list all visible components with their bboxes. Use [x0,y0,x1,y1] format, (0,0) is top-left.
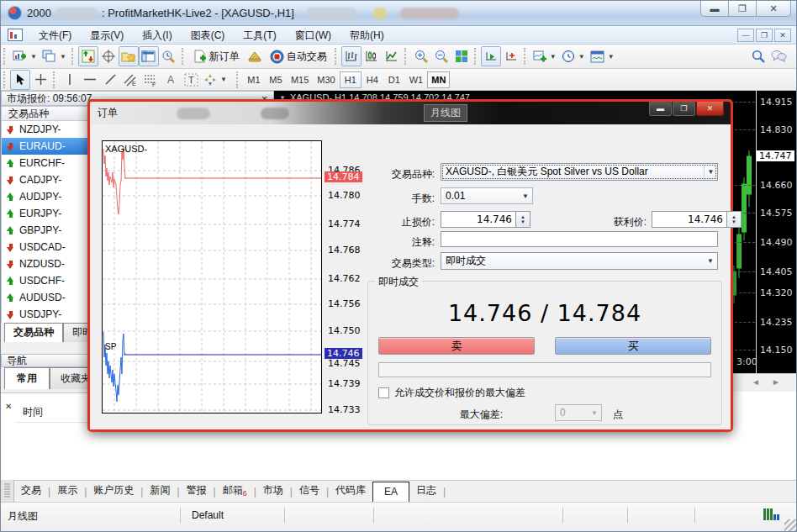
tab-journal[interactable]: 日志 [409,480,443,502]
market-watch-toggle[interactable] [78,46,98,66]
chevron-down-icon[interactable]: ▼ [704,164,717,180]
periods-button[interactable]: ▼ [559,46,588,66]
scroll-left-icon[interactable]: ◄ [752,377,760,387]
timeframe-h4[interactable]: H4 [362,71,383,88]
vertical-line-tool[interactable] [60,70,80,90]
takeprofit-spinner[interactable]: ▲▼ [727,211,742,228]
sell-button[interactable]: 卖 [378,337,535,355]
mdi-close-button[interactable]: ✕ [774,29,791,42]
menu-tools[interactable]: 工具(T) [234,26,285,45]
menu-view[interactable]: 显示(V) [81,26,133,45]
data-window-button[interactable] [98,46,119,66]
chart-shift-button[interactable] [501,46,521,66]
toolbar-grip[interactable] [404,48,409,65]
buy-button[interactable]: 买 [555,337,711,355]
timeframe-m30[interactable]: M30 [313,71,339,88]
profiles-button[interactable]: ▼ [40,46,69,66]
terminal-close-icon[interactable]: ✕ [5,402,12,411]
spin-down-icon[interactable]: ▼ [520,219,525,224]
toolbar-grip[interactable] [335,48,339,65]
crosshair-tool[interactable] [30,70,50,90]
terminal-toggle[interactable] [139,46,159,66]
toolbar-grip[interactable] [182,48,186,65]
tab-signals[interactable]: 信号 [293,480,326,502]
strategy-tester-button[interactable] [159,46,179,66]
tab-alerts[interactable]: 警报 [180,480,214,502]
toolbar-grip[interactable] [71,48,76,65]
timeframe-d1[interactable]: D1 [383,71,405,88]
toolbar-grip[interactable] [524,48,528,65]
spin-down-icon[interactable]: ▼ [731,219,736,224]
toolbar-grip[interactable] [53,71,57,88]
menu-window[interactable]: 窗口(W) [286,26,340,45]
menu-file[interactable]: 文件(F) [29,26,81,45]
search-button[interactable] [748,46,768,66]
mdi-restore-button[interactable]: ❐ [756,29,773,42]
indicators-button[interactable]: ▼ [530,46,559,66]
navigator-toggle[interactable] [119,46,139,66]
stoploss-input[interactable] [441,211,516,228]
timeframe-m1[interactable]: M1 [243,71,265,88]
tab-account-history[interactable]: 账户历史 [87,480,140,502]
timeframe-mn[interactable]: MN [427,71,450,88]
tab-ea[interactable]: EA [372,482,409,503]
order-dialog-titlebar[interactable]: 订单 月线图 ▬ ❐ ✕ [90,102,731,124]
zoom-in-button[interactable] [411,46,431,66]
new-order-button[interactable]: 新订单 [188,46,245,66]
cursor-tool[interactable] [10,70,30,90]
menu-charts[interactable]: 图表(C) [182,26,235,45]
toolbar-grip[interactable] [3,48,8,65]
maximize-button[interactable]: ❐ [728,1,757,17]
resize-grip[interactable] [784,519,796,531]
auto-scroll-button[interactable] [481,46,501,66]
tab-common[interactable]: 常用 [4,367,50,389]
trendline-tool[interactable] [100,70,120,90]
symbol-select[interactable]: XAGUSD-, 白银美元 Spot Silver vs US Dollar ▼ [441,163,718,181]
dialog-restore-button[interactable]: ❐ [673,102,695,116]
tab-news[interactable]: 新闻 [143,480,177,502]
arrows-tool[interactable]: ▼ [201,70,230,90]
tile-windows-button[interactable] [451,46,472,66]
templates-button[interactable]: ▼ [588,46,617,66]
tab-mailbox[interactable]: 邮箱6 [216,480,254,502]
toolbar-grip[interactable] [236,71,240,88]
autotrading-button[interactable]: 自动交易 [265,46,332,66]
dialog-close-button[interactable]: ✕ [696,102,724,116]
bar-chart-button[interactable] [341,46,362,66]
zoom-out-button[interactable] [431,46,451,66]
line-chart-button[interactable] [382,46,402,66]
tab-market[interactable]: 市场 [256,480,290,502]
tab-exposure[interactable]: 展示 [50,480,84,502]
comment-input[interactable] [441,231,718,247]
scroll-right-icon[interactable]: ► [772,377,780,387]
horizontal-line-tool[interactable] [80,70,100,90]
new-chart-button[interactable]: ▼ [10,46,40,66]
candlestick-button[interactable] [362,46,382,66]
minimize-button[interactable]: ▬ [700,1,729,17]
text-tool[interactable]: A [161,70,181,90]
close-button[interactable]: ✕ [756,1,791,17]
timeframe-h1[interactable]: H1 [340,71,362,88]
order-type-select[interactable]: 即时成交 ▼ [441,252,718,270]
dialog-minimize-button[interactable]: ▬ [649,102,672,116]
terminal-grip-icon[interactable] [1,480,14,502]
tab-symbols[interactable]: 交易品种 [4,323,63,342]
stoploss-spinner[interactable]: ▲▼ [516,211,530,228]
menu-insert[interactable]: 插入(I) [133,26,181,45]
menu-help[interactable]: 帮助(H) [340,26,393,45]
chevron-down-icon[interactable]: ▼ [519,188,532,203]
channel-tool[interactable]: E [120,70,140,90]
timeframe-w1[interactable]: W1 [405,71,428,88]
volume-select[interactable]: 0.01 ▼ [441,187,533,204]
toolbar-grip[interactable] [3,71,8,88]
fibonacci-tool[interactable]: F [140,70,161,90]
toolbar-grip[interactable] [474,48,478,65]
tab-trade[interactable]: 交易 [14,480,48,502]
timeframe-m15[interactable]: M15 [287,71,313,88]
takeprofit-input[interactable] [652,211,727,228]
timeframe-m5[interactable]: M5 [265,71,287,88]
mdi-minimize-button[interactable]: — [737,29,754,42]
deviation-checkbox[interactable] [378,387,389,398]
tab-codebase[interactable]: 代码库 [329,480,372,502]
label-tool[interactable]: T [181,70,201,90]
